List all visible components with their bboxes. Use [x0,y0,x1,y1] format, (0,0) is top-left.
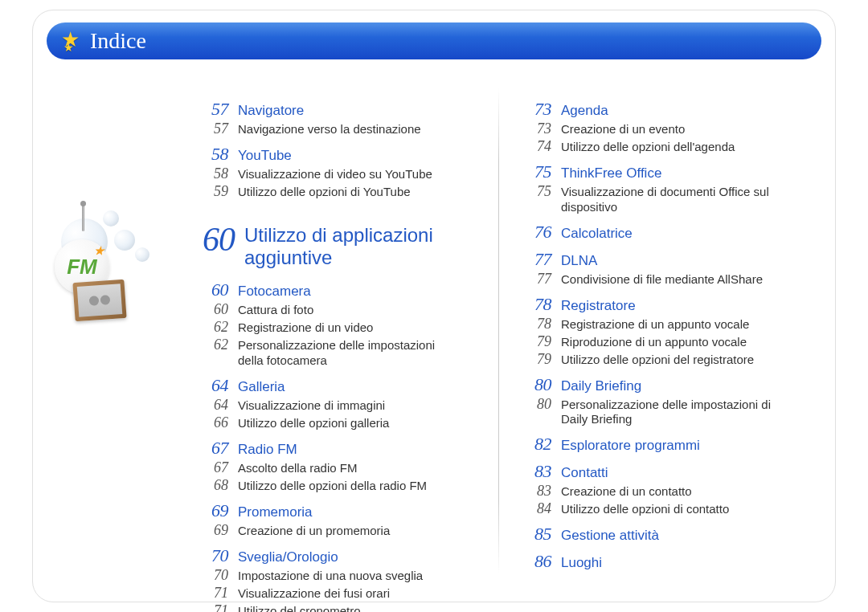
toc-section-heading[interactable]: 80Daily Briefing [521,374,799,395]
toc-section-heading[interactable]: 76Calcolatrice [521,222,799,243]
toc-section-heading[interactable]: 86Luoghi [521,551,799,572]
toc-chapter[interactable]: 60Utilizzo di applicazioni aggiuntive [198,222,476,268]
toc-subitem-label: Creazione di un contatto [561,484,692,500]
toc-section-heading[interactable]: 85Gestione attività [521,524,799,545]
toc-subitem[interactable]: 62Personalizzazione delle impostazioni d… [198,337,476,369]
toc-subitem-page: 62 [198,319,238,336]
toc-subitem-page: 69 [198,522,238,539]
toc-subitem-page: 60 [198,301,238,318]
toc-section-page: 64 [198,375,238,396]
bubble-icon [114,230,135,251]
toc-subitem[interactable]: 66Utilizzo delle opzioni galleria [198,414,476,431]
toc-section-heading[interactable]: 60Fotocamera [198,279,476,300]
toc-subitem[interactable]: 80Personalizzazione delle impostazioni d… [521,396,799,428]
toc-subitem-label: Navigazione verso la destinazione [238,122,421,137]
fm-radio-illustration: ★ FM [47,209,159,329]
toc-subitem-page: 75 [521,183,561,200]
toc-subitem-page: 83 [521,483,561,500]
toc-section-heading[interactable]: 58YouTube [198,144,476,165]
toc-section: 57Navigatore57Navigazione verso la desti… [198,99,476,137]
toc-section: 85Gestione attività [521,524,799,545]
toc-subitem[interactable]: 71Utilizzo del cronometro [198,602,476,612]
toc-section-heading[interactable]: 75ThinkFree Office [521,161,799,182]
antenna-icon [82,204,84,231]
toc-section-heading[interactable]: 82Esploratore programmi [521,434,799,455]
toc-section-heading[interactable]: 83Contatti [521,461,799,482]
toc-section-heading[interactable]: 69Promemoria [198,500,476,521]
toc-subitem[interactable]: 78Registrazione di un appunto vocale [521,316,799,333]
toc-subitem[interactable]: 70Impostazione di una nuova sveglia [198,567,476,584]
toc-subitem-page: 79 [521,333,561,350]
toc-subitem-label: Creazione di un promemoria [238,524,390,539]
toc-section-heading[interactable]: 67Radio FM [198,438,476,459]
toc-section-label: Contatti [561,465,608,481]
toc-section-label: Navigatore [238,103,304,119]
toc-subitem[interactable]: 62Registrazione di un video [198,319,476,336]
fm-label: FM [67,255,97,279]
toc-section-heading[interactable]: 78Registratore [521,294,799,315]
toc-section-label: Luoghi [561,555,602,571]
toc-section: 69Promemoria69Creazione di un promemoria [198,500,476,539]
toc-section-label: Registratore [561,298,636,314]
toc-subitem[interactable]: 79Riproduzione di un appunto vocale [521,333,799,350]
toc-section-page: 86 [521,551,561,572]
toc-subitem-label: Visualizzazione di video su YouTube [238,167,432,182]
toc-section-heading[interactable]: 70Sveglia/Orologio [198,545,476,566]
toc-section: 60Fotocamera60Cattura di foto62Registraz… [198,279,476,369]
toc-subitem-page: 57 [198,120,238,137]
toc-subitem[interactable]: 57Navigazione verso la destinazione [198,120,476,137]
toc-subitem-page: 80 [521,396,561,413]
toc-subitem[interactable]: 68Utilizzo delle opzioni della radio FM [198,477,476,494]
toc-subitem-label: Utilizzo delle opzioni di contatto [561,502,729,517]
star-small-icon: ★ [63,42,74,53]
toc-section-heading[interactable]: 57Navigatore [198,99,476,120]
toc-subitem[interactable]: 59Utilizzo delle opzioni di YouTube [198,183,476,200]
toc-section-label: Esploratore programmi [561,438,700,454]
toc-subitem[interactable]: 67Ascolto della radio FM [198,459,476,476]
toc-subitem-label: Registrazione di un video [238,320,373,336]
toc-section: 75ThinkFree Office75Visualizzazione di d… [521,161,799,215]
toc-subitem-page: 71 [198,585,238,602]
toc-subitem-page: 71 [198,602,238,612]
toc-section-heading[interactable]: 77DLNA [521,249,799,270]
header-bar: ★ ★ Indice [47,22,821,59]
toc-subitem[interactable]: 77Condivisione di file mediante AllShare [521,271,799,288]
toc-section-page: 80 [521,374,561,395]
toc-column-left: 57Navigatore57Navigazione verso la desti… [175,72,498,590]
toc-subitem[interactable]: 73Creazione di un evento [521,120,799,137]
toc-section: 76Calcolatrice [521,222,799,243]
toc-section-label: ThinkFree Office [561,165,661,182]
toc-columns: 57Navigatore57Navigazione verso la desti… [175,72,821,590]
toc-subitem-page: 74 [521,138,561,155]
toc-section-page: 83 [521,461,561,482]
toc-subitem[interactable]: 79Utilizzo delle opzioni del registrator… [521,351,799,368]
toc-column-right: 73Agenda73Creazione di un evento74Utiliz… [498,72,821,590]
toc-subitem[interactable]: 75Visualizzazione di documenti Office su… [521,183,799,215]
toc-section-page: 77 [521,249,561,270]
toc-subitem[interactable]: 64Visualizzazione di immagini [198,397,476,414]
toc-subitem[interactable]: 74Utilizzo delle opzioni dell'agenda [521,138,799,155]
toc-section-page: 85 [521,524,561,545]
toc-section: 83Contatti83Creazione di un contatto84Ut… [521,461,799,517]
toc-subitem[interactable]: 83Creazione di un contatto [521,483,799,500]
toc-section-page: 69 [198,500,238,521]
header-star-icon: ★ ★ [61,29,85,53]
bubble-icon [135,247,149,262]
toc-section: 73Agenda73Creazione di un evento74Utiliz… [521,99,799,155]
toc-section-heading[interactable]: 64Galleria [198,375,476,396]
toc-section: 58YouTube58Visualizzazione di video su Y… [198,144,476,200]
toc-subitem-page: 59 [198,183,238,200]
toc-section-page: 70 [198,545,238,566]
toc-subitem[interactable]: 58Visualizzazione di video su YouTube [198,165,476,182]
toc-subitem[interactable]: 71Visualizzazione dei fusi orari [198,585,476,602]
toc-subitem-label: Personalizzazione delle impostazioni del… [238,338,463,369]
toc-section-heading[interactable]: 73Agenda [521,99,799,120]
toc-section-label: Galleria [238,379,285,395]
toc-section: 77DLNA77Condivisione di file mediante Al… [521,249,799,288]
toc-subitem-page: 70 [198,567,238,584]
toc-subitem[interactable]: 84Utilizzo delle opzioni di contatto [521,500,799,517]
toc-chapter-page: 60 [198,222,244,256]
toc-subitem[interactable]: 60Cattura di foto [198,301,476,318]
toc-section-page: 82 [521,434,561,455]
toc-subitem[interactable]: 69Creazione di un promemoria [198,522,476,539]
